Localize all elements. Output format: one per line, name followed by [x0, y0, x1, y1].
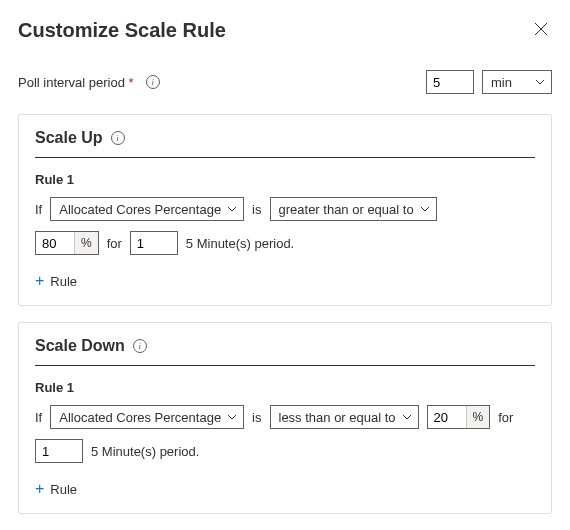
is-text: is: [252, 410, 261, 425]
required-marker: *: [129, 75, 134, 90]
close-button[interactable]: [530, 18, 552, 42]
scale-down-metric-value: Allocated Cores Percentage: [59, 410, 221, 425]
chevron-down-icon: [420, 206, 430, 212]
info-icon[interactable]: i: [111, 131, 125, 145]
add-rule-label: Rule: [50, 274, 77, 289]
if-text: If: [35, 410, 42, 425]
page-title: Customize Scale Rule: [18, 19, 226, 42]
chevron-down-icon: [535, 79, 545, 85]
plus-icon: +: [35, 273, 44, 289]
percent-suffix: %: [466, 406, 490, 428]
scale-up-operator-value: greater than or equal to: [279, 202, 414, 217]
scale-up-rule-label: Rule 1: [35, 172, 535, 187]
plus-icon: +: [35, 481, 44, 497]
poll-interval-input[interactable]: [426, 70, 474, 94]
add-rule-button[interactable]: + Rule: [35, 269, 77, 293]
scale-up-threshold-field[interactable]: [36, 232, 74, 254]
close-icon: [534, 23, 548, 39]
scale-up-period-text: 5 Minute(s) period.: [186, 236, 294, 251]
scale-up-title: Scale Up: [35, 129, 103, 147]
scale-up-metric-select[interactable]: Allocated Cores Percentage: [50, 197, 244, 221]
scale-down-metric-select[interactable]: Allocated Cores Percentage: [50, 405, 244, 429]
scale-down-operator-select[interactable]: less than or equal to: [270, 405, 419, 429]
for-text: for: [107, 236, 122, 251]
scale-down-operator-value: less than or equal to: [279, 410, 396, 425]
scale-down-section: Scale Down i Rule 1 If Allocated Cores P…: [18, 322, 552, 514]
is-text: is: [252, 202, 261, 217]
info-icon[interactable]: i: [133, 339, 147, 353]
for-text: for: [498, 410, 513, 425]
chevron-down-icon: [227, 414, 237, 420]
poll-interval-label: Poll interval period *: [18, 75, 134, 90]
if-text: If: [35, 202, 42, 217]
scale-up-metric-value: Allocated Cores Percentage: [59, 202, 221, 217]
scale-up-operator-select[interactable]: greater than or equal to: [270, 197, 437, 221]
scale-up-threshold-input[interactable]: %: [35, 231, 99, 255]
add-rule-button[interactable]: + Rule: [35, 477, 77, 501]
scale-up-duration-input[interactable]: [130, 231, 178, 255]
info-icon[interactable]: i: [146, 75, 160, 89]
scale-down-threshold-input[interactable]: %: [427, 405, 491, 429]
scale-down-threshold-field[interactable]: [428, 406, 466, 428]
scale-down-period-text: 5 Minute(s) period.: [91, 444, 199, 459]
add-rule-label: Rule: [50, 482, 77, 497]
poll-interval-unit-value: min: [491, 75, 512, 90]
scale-down-rule-label: Rule 1: [35, 380, 535, 395]
chevron-down-icon: [402, 414, 412, 420]
percent-suffix: %: [74, 232, 98, 254]
scale-down-title: Scale Down: [35, 337, 125, 355]
chevron-down-icon: [227, 206, 237, 212]
poll-interval-unit-select[interactable]: min: [482, 70, 552, 94]
scale-up-section: Scale Up i Rule 1 If Allocated Cores Per…: [18, 114, 552, 306]
scale-down-duration-input[interactable]: [35, 439, 83, 463]
